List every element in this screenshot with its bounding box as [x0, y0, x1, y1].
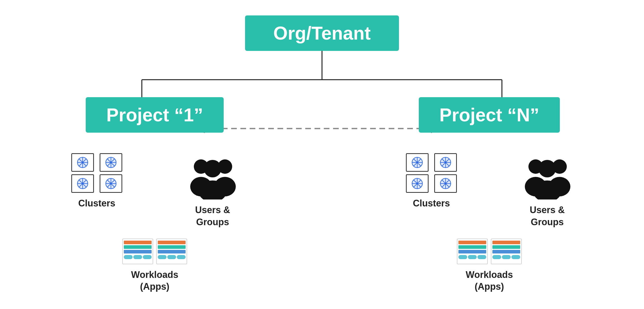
svg-point-107: [538, 160, 556, 177]
svg-point-22: [110, 161, 112, 164]
project1-cluster-grid: [70, 153, 124, 193]
project1-workloads-label: Workloads(Apps): [131, 269, 178, 293]
workload-card-1: [122, 239, 153, 264]
k8s-icon-1: [70, 153, 95, 172]
projectN-users-label: Users &Groups: [530, 204, 565, 228]
k8s-icon-n2: [433, 153, 458, 172]
project1-workloads-container: Workloads(Apps): [122, 239, 187, 293]
project1-clusters-item: Clusters: [63, 153, 130, 210]
project1-clusters-label: Clusters: [78, 197, 115, 210]
workload-card-n2: [491, 239, 522, 264]
svg-point-83: [416, 182, 419, 185]
projects-row: Project “1”: [39, 97, 605, 293]
k8s-wheel-2: [105, 156, 117, 169]
k8s-wheel-n1: [411, 156, 424, 169]
project1-users-label: Users &Groups: [195, 204, 230, 228]
k8s-wheel-4: [105, 177, 117, 190]
k8s-wheel-n3: [411, 177, 424, 190]
svg-point-94: [444, 182, 447, 185]
projectN-users-icon: [521, 153, 573, 199]
root-node: Org/Tenant: [245, 15, 399, 51]
projectN-users-item: Users &Groups: [514, 153, 581, 228]
k8s-wheel-n2: [439, 156, 452, 169]
root-label: Org/Tenant: [273, 23, 371, 43]
svg-point-61: [416, 161, 419, 164]
projectN-clusters-item: Clusters: [398, 153, 465, 210]
k8s-wheel-1: [76, 156, 89, 169]
k8s-icon-n4: [433, 174, 458, 193]
svg-point-57: [204, 160, 221, 177]
workload-card-n1: [457, 239, 488, 264]
svg-point-44: [110, 182, 112, 185]
diagram-container: Org/Tenant Project “1”: [0, 0, 644, 309]
k8s-icon-4: [98, 174, 124, 193]
projectN-node: Project “N”: [419, 97, 560, 133]
projectN-children: Clusters Users &Groups: [373, 153, 605, 228]
projectN-workloads-label: Workloads(Apps): [466, 269, 513, 293]
projectN-workloads-group: [457, 239, 522, 264]
k8s-wheel-3: [76, 177, 89, 190]
k8s-icon-n1: [404, 153, 430, 172]
project1-label: Project “1”: [106, 105, 203, 125]
project1-node: Project “1”: [86, 97, 224, 133]
svg-point-72: [444, 161, 447, 164]
project1-workloads-group: [122, 239, 187, 264]
projectN-cluster-grid: [404, 153, 458, 193]
k8s-icon-2: [98, 153, 124, 172]
projectN-column: Project “N”: [373, 97, 605, 293]
k8s-icon-n3: [404, 174, 430, 193]
projectN-workloads-container: Workloads(Apps): [457, 239, 522, 293]
projectN-label: Project “N”: [439, 105, 539, 125]
project1-children: Clusters Users &Groups: [39, 153, 271, 228]
svg-point-11: [81, 161, 84, 164]
workload-card-2: [156, 239, 187, 264]
project1-column: Project “1”: [39, 97, 271, 293]
project1-users-item: Users &Groups: [179, 153, 246, 228]
project1-users-icon: [187, 153, 238, 199]
projectN-clusters-label: Clusters: [413, 197, 450, 210]
svg-point-33: [81, 182, 84, 185]
k8s-icon-3: [70, 174, 95, 193]
k8s-wheel-n4: [439, 177, 452, 190]
